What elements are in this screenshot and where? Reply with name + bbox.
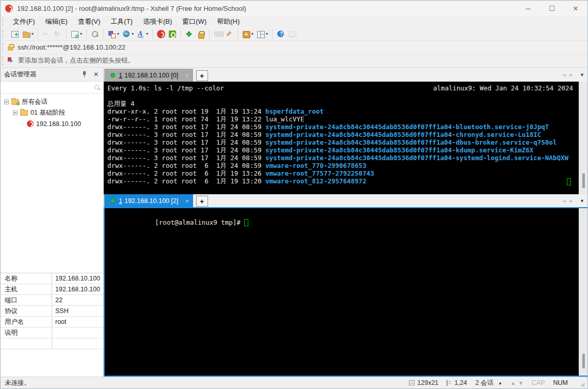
- tab-close-icon[interactable]: ×: [185, 72, 188, 79]
- ls-row-name: lua_wlcVYE: [265, 115, 304, 123]
- property-row: 端口22: [1, 295, 103, 306]
- virtual-keyboard-icon: [214, 30, 222, 38]
- cursor-position-icon: [447, 380, 452, 386]
- infobar-grip[interactable]: [2, 56, 4, 65]
- new-session-icon[interactable]: [9, 29, 21, 39]
- ls-row-name: vmware-root_77577-2792250743: [265, 169, 374, 177]
- tab-scroll-right-icon[interactable]: ▶: [569, 198, 573, 204]
- dropdown-caret-icon[interactable]: ▾: [117, 32, 119, 36]
- menu-item[interactable]: 选项卡(B): [138, 16, 177, 27]
- menu-item[interactable]: 编辑(E): [40, 16, 73, 27]
- property-row-empty: [1, 338, 103, 349]
- menu-item[interactable]: 查看(V): [73, 16, 105, 27]
- toolbar-group: [181, 29, 210, 39]
- menu-item[interactable]: 帮助(H): [212, 16, 245, 27]
- xftp-icon[interactable]: [167, 29, 178, 39]
- tab-session-pane2[interactable]: 1 192.168.10.100 [2] ×: [104, 194, 193, 207]
- terminal-pane2[interactable]: [root@almalinux9 tmp]#: [104, 208, 587, 377]
- menubar: 文件(F)编辑(E)查看(V)工具(T)选项卡(B)窗口(W)帮助(H): [1, 16, 587, 27]
- session-count[interactable]: 2 会话 ▲: [475, 379, 502, 387]
- color-scheme-icon[interactable]: ▾: [106, 29, 121, 39]
- dropdown-caret-icon[interactable]: ▾: [132, 32, 134, 36]
- menu-item[interactable]: 工具(T): [105, 16, 138, 27]
- num-lock-indicator: NUM: [553, 379, 568, 386]
- minimize-button[interactable]: ─: [516, 1, 540, 16]
- maximize-button[interactable]: ☐: [540, 1, 564, 16]
- scroll-up-icon[interactable]: ▲: [511, 380, 516, 386]
- tree-node-192.168.10.100[interactable]: 192.168.10.100: [1, 118, 103, 129]
- tab-list-caret-icon[interactable]: ▼: [580, 72, 584, 77]
- fullscreen-icon[interactable]: [184, 29, 195, 39]
- tab-session-pane1[interactable]: 1 192.168.10.100 [0] ×: [104, 69, 193, 82]
- tab-scroll-left-icon[interactable]: ◀: [562, 198, 566, 204]
- new-terminal-icon[interactable]: ▾: [241, 29, 255, 39]
- toolbar-group: ▾: [67, 29, 87, 39]
- session-manager-title: 会话管理器: [4, 70, 81, 79]
- menubar-grip[interactable]: [2, 18, 4, 25]
- dropdown-caret-icon[interactable]: ▾: [80, 32, 82, 36]
- property-row: 主机192.168.10.100: [1, 284, 103, 295]
- highlight-pen-icon[interactable]: [224, 29, 235, 39]
- tree-expander-icon[interactable]: [13, 111, 18, 115]
- lock-screen-icon: [197, 30, 205, 38]
- ls-row-name: systemd-private-24a8cb84c30445dab8536d0f…: [265, 146, 533, 154]
- session-search-input[interactable]: [3, 83, 94, 92]
- tab-list-caret-icon[interactable]: ▼: [580, 198, 584, 204]
- tab-label: 192.168.10.100 [0]: [124, 72, 178, 79]
- tab-close-icon[interactable]: ×: [185, 198, 188, 204]
- tree-node-01-基础阶段[interactable]: 01 基础阶段: [1, 107, 103, 118]
- find-icon[interactable]: [89, 29, 101, 39]
- new-tab-button[interactable]: +: [196, 196, 208, 207]
- tab-scroll-right-icon[interactable]: ▶: [569, 72, 573, 77]
- toolbar-grip[interactable]: [2, 29, 4, 38]
- dropdown-caret-icon[interactable]: ▾: [146, 32, 148, 36]
- tabbar-pane1: 1 192.168.10.100 [0] × + ◀ ▶ ▼: [104, 68, 587, 82]
- titlebar: 192.168.10.100 [2] - root@almalinux9:/tm…: [1, 1, 587, 16]
- infobar-hint: 要添加当前会话，点击左侧的箭头按钮。: [18, 56, 134, 65]
- help-icon[interactable]: [275, 29, 287, 39]
- tab-shortcut-number: 1: [119, 197, 122, 205]
- new-tab-button[interactable]: +: [196, 70, 208, 81]
- font-icon[interactable]: ▾: [135, 29, 150, 39]
- scroll-down-icon[interactable]: ▼: [518, 380, 523, 386]
- menu-item[interactable]: 窗口(W): [177, 16, 212, 27]
- resize-grip[interactable]: [578, 380, 584, 386]
- session-properties-icon[interactable]: ▾: [69, 29, 84, 39]
- terminal-pane1[interactable]: Every 1.0s: ls -l /tmp --color almalinux…: [104, 82, 587, 194]
- ls-row-name: systemd-private-24a8cb84c30445dab8536d0f…: [265, 138, 557, 146]
- terminal-size-icon: [409, 380, 415, 385]
- ls-row-name: vmware-root_770-2990678653: [265, 162, 367, 169]
- tree-node-所有会话[interactable]: 所有会话: [1, 97, 103, 107]
- dropdown-caret-icon[interactable]: ▾: [31, 32, 34, 36]
- property-row: 说明: [1, 328, 103, 338]
- lock-screen-icon[interactable]: [195, 29, 206, 39]
- session-tree: 所有会话01 基础阶段192.168.10.100: [1, 94, 103, 129]
- tree-expander-icon[interactable]: [4, 100, 9, 104]
- close-button[interactable]: ✕: [564, 1, 587, 16]
- terminal1-cursor: [567, 178, 571, 185]
- dropdown-caret-icon[interactable]: ▾: [266, 32, 268, 36]
- dropdown-caret-icon[interactable]: ▾: [251, 32, 253, 36]
- terminal1-scrollbar-thumb[interactable]: [582, 174, 585, 188]
- xshell-tb-icon[interactable]: [155, 29, 167, 39]
- window-title: 192.168.10.100 [2] - root@almalinux9:/tm…: [17, 5, 516, 12]
- encoding-globe-icon[interactable]: ▾: [121, 29, 135, 39]
- folder-icon: [20, 110, 28, 116]
- bookmark-flag-icon[interactable]: [8, 57, 14, 65]
- open-folder-icon[interactable]: ▾: [21, 29, 35, 39]
- pin-icon[interactable]: [81, 71, 88, 78]
- terminal2-scrollbar-thumb[interactable]: [582, 354, 585, 368]
- tab-scroll-left-icon[interactable]: ◀: [562, 72, 566, 77]
- ls-row: drwx------. 3 root root 17 1月 24 08:59 s…: [107, 131, 575, 138]
- address-url[interactable]: ssh://root:******@192.168.10.100:22: [18, 43, 125, 51]
- terminal1-scrollbar[interactable]: [579, 82, 587, 194]
- tile-layout-icon[interactable]: ▾: [255, 29, 269, 39]
- ls-row: drwx------. 3 root root 17 1月 24 08:59 s…: [107, 154, 575, 162]
- tabbar-pane2: 1 192.168.10.100 [2] × + ◀ ▶ ▼: [104, 194, 587, 208]
- terminal2-scrollbar[interactable]: [579, 208, 587, 376]
- panel-close-icon[interactable]: ✕: [92, 71, 100, 78]
- ls-row-meta: drwx------. 3 root root 17 1月 24 08:59: [107, 154, 265, 162]
- menu-item[interactable]: 文件(F): [8, 16, 40, 27]
- open-folder-icon: [22, 30, 30, 38]
- addressbar-grip[interactable]: [2, 43, 4, 52]
